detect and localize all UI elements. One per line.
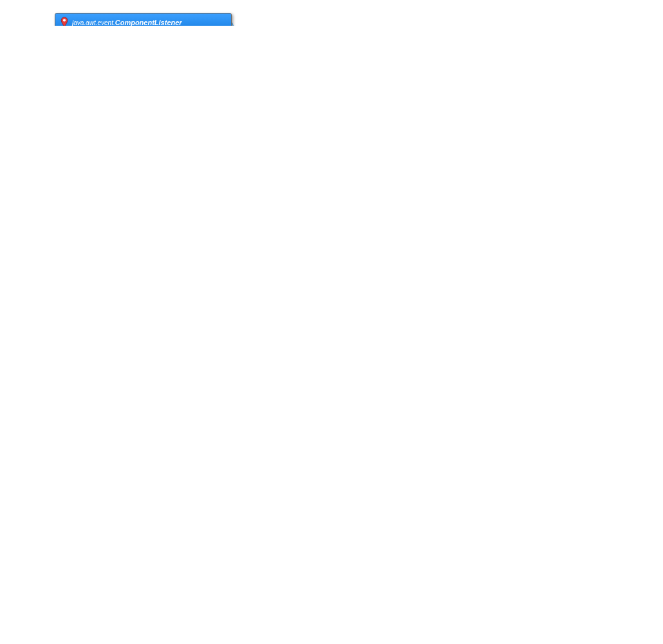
svg-point-17 [63, 19, 66, 21]
listener-column: java.awt.event.ComponentListenerjava.awt… [55, 13, 232, 26]
svg-line-0 [232, 23, 307, 26]
listener-componentlistener[interactable]: java.awt.event.ComponentListener [55, 13, 232, 26]
pin-icon [59, 16, 70, 26]
